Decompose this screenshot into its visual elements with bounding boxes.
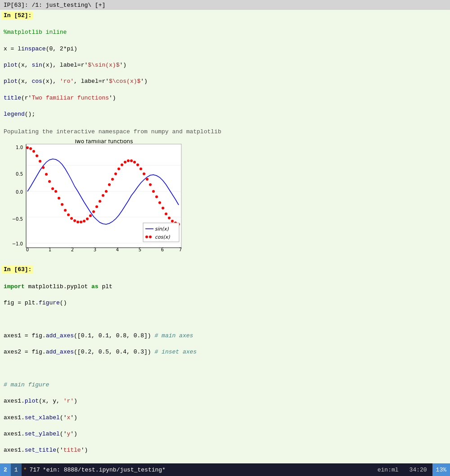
svg-point-46 — [114, 172, 117, 175]
svg-text:6: 6 — [161, 247, 164, 252]
svg-point-60 — [158, 201, 161, 204]
chart1-title: Two familiar functions — [74, 140, 133, 145]
svg-point-59 — [155, 195, 158, 198]
svg-point-29 — [61, 203, 63, 206]
svg-point-62 — [165, 213, 167, 215]
svg-text:2: 2 — [71, 247, 74, 252]
status-linecount: 717 — [28, 467, 40, 473]
svg-point-51 — [130, 159, 133, 162]
svg-text:sin(x): sin(x) — [155, 226, 169, 232]
svg-point-45 — [111, 178, 114, 181]
svg-text:3: 3 — [94, 247, 96, 252]
svg-point-26 — [51, 187, 54, 190]
svg-point-38 — [89, 214, 92, 217]
svg-text:−1.0: −1.0 — [12, 241, 23, 246]
code-magic: %matplotlib inline — [4, 29, 67, 36]
svg-point-22 — [39, 160, 41, 163]
title-bar: IP[63]: /1: just_testing\ [+] — [0, 0, 450, 10]
svg-point-40 — [95, 205, 98, 208]
svg-point-36 — [83, 220, 86, 222]
cell-in-label-52[interactable]: In [52]: — [0, 12, 450, 19]
svg-point-53 — [136, 163, 139, 166]
svg-point-70 — [145, 236, 148, 238]
svg-text:4: 4 — [116, 247, 119, 252]
svg-text:cos(x): cos(x) — [155, 234, 170, 240]
svg-point-27 — [54, 190, 57, 193]
cell-code-52[interactable]: %matplotlib inline x = linspace(0, 2*pi)… — [0, 19, 450, 127]
svg-point-55 — [143, 172, 145, 175]
svg-point-56 — [146, 178, 148, 181]
status-mode-number: 2 — [0, 463, 11, 476]
cell-63: In [63]: import matplotlib.pyplot as plt… — [0, 264, 450, 463]
chart1-wrapper: Two familiar functions 1.0 0.5 0.0 −0.5 … — [4, 140, 188, 258]
status-percent: 13% — [432, 463, 450, 476]
svg-text:0.0: 0.0 — [16, 190, 23, 195]
svg-point-52 — [133, 161, 136, 163]
status-bar: 2 1 * 717 *ein: 8888/test.ipynb/just_tes… — [0, 463, 450, 476]
svg-point-34 — [76, 221, 79, 223]
svg-point-20 — [32, 150, 35, 153]
svg-point-31 — [67, 213, 70, 216]
svg-point-50 — [127, 159, 130, 162]
svg-text:7: 7 — [179, 247, 182, 252]
svg-point-64 — [171, 220, 174, 222]
cell-code-63[interactable]: import matplotlib.pyplot as plt fig = pl… — [0, 273, 450, 463]
svg-point-35 — [80, 221, 82, 223]
svg-point-41 — [99, 200, 101, 203]
svg-point-18 — [26, 146, 29, 149]
svg-point-25 — [48, 180, 51, 183]
svg-point-63 — [168, 217, 171, 219]
title-text: IP[63]: /1: just_testing\ [+] — [4, 2, 105, 9]
status-modified: * — [22, 467, 29, 473]
svg-point-71 — [149, 236, 152, 238]
svg-point-49 — [124, 161, 126, 163]
status-file: *ein: 8888/test.ipynb/just_testing* — [41, 467, 372, 473]
status-vim-mode: ein:ml — [372, 467, 404, 473]
svg-point-42 — [102, 194, 104, 197]
svg-point-21 — [36, 154, 38, 157]
svg-point-48 — [121, 163, 123, 166]
svg-point-28 — [58, 197, 60, 199]
svg-point-23 — [42, 166, 45, 169]
svg-point-61 — [162, 207, 164, 209]
svg-point-33 — [73, 219, 76, 222]
status-cell-number: 1 — [11, 463, 22, 476]
chart1-svg: Two familiar functions 1.0 0.5 0.0 −0.5 … — [4, 140, 188, 257]
svg-point-43 — [105, 190, 108, 193]
svg-point-58 — [152, 190, 155, 193]
svg-text:−0.5: −0.5 — [12, 217, 23, 222]
svg-point-32 — [70, 217, 73, 220]
svg-point-44 — [108, 183, 111, 186]
svg-point-39 — [92, 210, 95, 213]
svg-point-57 — [149, 183, 152, 186]
cell-output-text-52: Populating the interactive namespace fro… — [0, 127, 450, 136]
cell-52: In [52]: %matplotlib inline x = linspace… — [0, 10, 450, 264]
svg-text:1: 1 — [49, 247, 51, 252]
svg-point-24 — [45, 173, 48, 176]
svg-point-30 — [64, 209, 67, 212]
svg-point-19 — [29, 147, 32, 150]
svg-point-47 — [117, 168, 120, 170]
cell-in-label-63[interactable]: In [63]: — [0, 266, 450, 273]
svg-point-54 — [140, 168, 142, 170]
svg-text:5: 5 — [139, 247, 141, 252]
notebook: In [52]: %matplotlib inline x = linspace… — [0, 10, 450, 463]
svg-text:1.0: 1.0 — [16, 145, 23, 150]
status-position: 34:20 — [404, 467, 432, 473]
svg-point-37 — [86, 218, 89, 220]
svg-text:0.5: 0.5 — [16, 172, 23, 177]
svg-text:0: 0 — [26, 247, 29, 252]
